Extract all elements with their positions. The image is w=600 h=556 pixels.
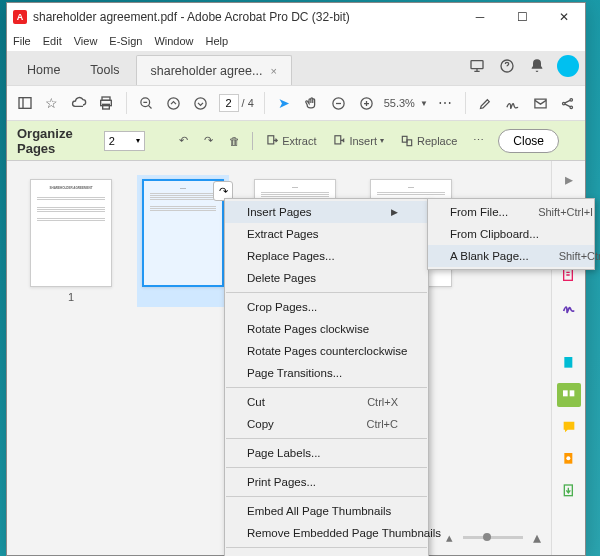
insert-button[interactable]: Insert▾ xyxy=(328,132,388,150)
share-icon[interactable] xyxy=(558,93,577,113)
menubar: File Edit View E-Sign Window Help xyxy=(7,31,585,51)
zoom-plus-icon[interactable] xyxy=(356,93,375,113)
more-icon[interactable]: ⋯ xyxy=(436,93,455,113)
user-avatar[interactable] xyxy=(557,55,579,77)
page-thumb-1[interactable]: SHAREHOLDER AGREEMENT 1 xyxy=(25,179,117,303)
tab-tools[interactable]: Tools xyxy=(76,55,133,85)
ctx-item[interactable]: Print Pages... xyxy=(225,471,428,493)
ctx-item[interactable]: Insert Pages▶ xyxy=(225,201,428,223)
tabbar: Home Tools shareholder agree... × xyxy=(7,51,585,85)
page-down-icon[interactable] xyxy=(191,93,210,113)
tab-close-icon[interactable]: × xyxy=(270,65,276,77)
thumb-small-icon[interactable]: ▴ xyxy=(446,530,453,545)
page-up-icon[interactable] xyxy=(164,93,183,113)
side-protect-icon[interactable] xyxy=(557,447,581,471)
print-icon[interactable] xyxy=(97,93,116,113)
ctx-item[interactable]: Rotate Pages clockwise xyxy=(225,318,428,340)
ctx-item[interactable]: Rotate Pages counterclockwise xyxy=(225,340,428,362)
zoom-minus-icon[interactable] xyxy=(329,93,348,113)
signature-icon[interactable] xyxy=(503,93,522,113)
side-organize-icon[interactable] xyxy=(557,383,581,407)
organize-close-button[interactable]: Close xyxy=(498,129,559,153)
page-current-input[interactable] xyxy=(219,94,239,112)
extract-button[interactable]: Extract xyxy=(261,132,320,150)
close-button[interactable]: ✕ xyxy=(543,3,585,31)
star-icon[interactable]: ☆ xyxy=(42,93,61,113)
main-toolbar: ☆ / 4 ➤ 55.3%▼ ⋯ xyxy=(7,85,585,121)
thumb-large-icon[interactable]: ▴ xyxy=(533,528,541,547)
svg-point-13 xyxy=(570,98,573,101)
titlebar: A shareholder agreement.pdf - Adobe Acro… xyxy=(7,3,585,31)
ctx-item[interactable]: Reduce Page Thumbnails xyxy=(225,551,428,556)
mail-icon[interactable] xyxy=(531,93,550,113)
menu-view[interactable]: View xyxy=(74,35,98,47)
hand-icon[interactable] xyxy=(302,93,321,113)
maximize-button[interactable]: ☐ xyxy=(501,3,543,31)
zoom-out-icon[interactable] xyxy=(137,93,156,113)
help-icon[interactable] xyxy=(497,56,517,76)
thumb-zoom-control: ▴ ▴ xyxy=(446,528,541,547)
window-buttons: ─ ☐ ✕ xyxy=(459,3,585,31)
menu-esign[interactable]: E-Sign xyxy=(109,35,142,47)
organize-bar: Organize Pages 2▾ ↶ ↷ 🗑 Extract Insert▾ … xyxy=(7,121,585,161)
ctx-item[interactable]: Embed All Page Thumbnails xyxy=(225,500,428,522)
ctx-item[interactable]: Replace Pages... xyxy=(225,245,428,267)
organize-more-icon[interactable]: ⋯ xyxy=(469,132,488,149)
bell-icon[interactable] xyxy=(527,56,547,76)
rotate-left-icon[interactable]: ↶ xyxy=(175,132,192,149)
menu-file[interactable]: File xyxy=(13,35,31,47)
page-number: / 4 xyxy=(219,94,254,112)
ctx-sub-item[interactable]: From Clipboard... xyxy=(428,223,594,245)
svg-point-8 xyxy=(195,97,206,108)
tab-document-label: shareholder agree... xyxy=(151,64,263,78)
page-select[interactable]: 2▾ xyxy=(104,131,145,151)
ctx-item[interactable]: Page Labels... xyxy=(225,442,428,464)
minimize-button[interactable]: ─ xyxy=(459,3,501,31)
svg-rect-23 xyxy=(564,357,572,368)
side-comment-icon[interactable] xyxy=(557,415,581,439)
ctx-item[interactable]: CopyCtrl+C xyxy=(225,413,428,435)
svg-point-12 xyxy=(562,102,565,105)
svg-rect-25 xyxy=(569,390,574,396)
side-more-icon[interactable] xyxy=(557,351,581,375)
svg-rect-2 xyxy=(19,98,31,109)
side-chevron-icon[interactable]: ▸ xyxy=(557,167,581,191)
menu-help[interactable]: Help xyxy=(206,35,229,47)
svg-rect-0 xyxy=(471,61,483,69)
sidebar-toggle-icon[interactable] xyxy=(15,93,34,113)
ctx-item[interactable]: CutCtrl+X xyxy=(225,391,428,413)
svg-rect-24 xyxy=(563,390,568,396)
ctx-item[interactable]: Delete Pages xyxy=(225,267,428,289)
screen-icon[interactable] xyxy=(467,56,487,76)
tab-home[interactable]: Home xyxy=(13,55,74,85)
menu-edit[interactable]: Edit xyxy=(43,35,62,47)
svg-rect-17 xyxy=(402,136,407,142)
svg-point-7 xyxy=(168,97,179,108)
svg-point-14 xyxy=(570,106,573,109)
svg-point-27 xyxy=(566,456,570,460)
ctx-sub-item[interactable]: A Blank Page...Shift+Ctrl+T xyxy=(428,245,594,267)
ctx-item[interactable]: Remove Embedded Page Thumbnails xyxy=(225,522,428,544)
menu-window[interactable]: Window xyxy=(154,35,193,47)
ctx-sub-item[interactable]: From File...Shift+Ctrl+I xyxy=(428,201,594,223)
organize-buttons: ↶ ↷ 🗑 Extract Insert▾ Replace ⋯ xyxy=(175,132,488,150)
side-sign-icon[interactable] xyxy=(557,295,581,319)
replace-button[interactable]: Replace xyxy=(396,132,461,150)
context-menu[interactable]: Insert Pages▶Extract PagesReplace Pages.… xyxy=(224,198,429,556)
ctx-item[interactable]: Extract Pages xyxy=(225,223,428,245)
rotate-right-icon[interactable]: ↷ xyxy=(200,132,217,149)
ctx-item[interactable]: Page Transitions... xyxy=(225,362,428,384)
side-optimize-icon[interactable] xyxy=(557,479,581,503)
delete-page-icon[interactable]: 🗑 xyxy=(225,133,244,149)
tab-document[interactable]: shareholder agree... × xyxy=(136,55,292,85)
page-thumb-2[interactable]: —— ↷ xyxy=(137,175,229,307)
ctx-item[interactable]: Crop Pages... xyxy=(225,296,428,318)
zoom-level[interactable]: 55.3%▼ xyxy=(384,97,428,109)
cloud-icon[interactable] xyxy=(69,93,88,113)
page-total: 4 xyxy=(248,97,254,109)
app-icon: A xyxy=(13,10,27,24)
pointer-icon[interactable]: ➤ xyxy=(275,93,294,113)
organize-title: Organize Pages xyxy=(17,126,94,156)
context-submenu-insert[interactable]: From File...Shift+Ctrl+IFrom Clipboard..… xyxy=(427,198,595,270)
highlight-icon[interactable] xyxy=(476,93,495,113)
